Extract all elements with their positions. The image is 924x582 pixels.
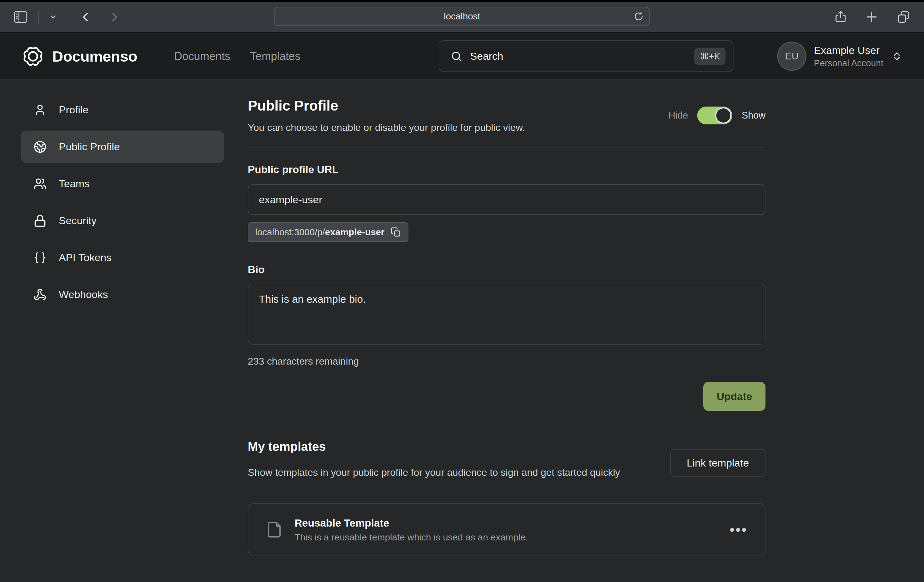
more-options-icon[interactable]: ••• — [730, 527, 747, 532]
search-input[interactable] — [470, 50, 687, 62]
browser-toolbar: localhost — [0, 0, 924, 33]
my-templates-description: Show templates in your public profile fo… — [248, 465, 620, 480]
file-icon — [266, 520, 283, 539]
my-templates-title: My templates — [248, 440, 620, 454]
address-bar[interactable]: localhost — [274, 7, 650, 26]
public-profile-url-input[interactable] — [248, 184, 766, 215]
address-bar-url: localhost — [444, 11, 480, 21]
template-description: This is a reusable template which is use… — [295, 532, 528, 542]
settings-sidebar: Profile Public Profile Teams — [0, 80, 226, 582]
search-bar[interactable]: ⌘+K — [439, 40, 733, 72]
user-icon — [33, 104, 46, 116]
copy-icon[interactable] — [391, 227, 401, 237]
profile-visibility-switch[interactable] — [697, 107, 732, 124]
sidebar-item-webhooks[interactable]: Webhooks — [21, 278, 224, 311]
nav-templates[interactable]: Templates — [250, 50, 300, 63]
account-menu[interactable]: EU Example User Personal Account — [777, 41, 903, 71]
toggle-hide-label: Hide — [668, 110, 688, 121]
page-subtitle: You can choose to enable or disable your… — [248, 122, 525, 133]
app-header: Documenso Documents Templates ⌘+K EU Exa… — [0, 33, 924, 80]
search-icon — [450, 50, 463, 63]
chevron-down-icon[interactable] — [48, 12, 58, 22]
profile-url-preview-chip[interactable]: localhost:3000/p/example-user — [248, 222, 408, 242]
avatar: EU — [777, 41, 807, 71]
user-name: Example User — [814, 45, 883, 56]
search-shortcut-badge: ⌘+K — [695, 48, 726, 64]
sidebar-item-security[interactable]: Security — [21, 205, 224, 237]
lock-icon — [33, 214, 46, 227]
switch-knob — [715, 107, 731, 124]
brand[interactable]: Documenso — [21, 45, 137, 68]
back-icon[interactable] — [78, 9, 93, 25]
template-list-item[interactable]: Reusable Template This is a reusable tem… — [248, 503, 766, 556]
main-content: Public Profile You can choose to enable … — [248, 80, 766, 582]
toggle-show-label: Show — [741, 110, 766, 121]
section-divider — [248, 147, 766, 147]
refresh-icon[interactable] — [634, 11, 644, 21]
brand-name: Documenso — [52, 48, 137, 65]
sidebar-item-teams[interactable]: Teams — [21, 167, 224, 200]
forward-icon[interactable] — [107, 9, 122, 25]
user-account-type: Personal Account — [814, 58, 883, 68]
chevrons-up-down-icon — [891, 50, 903, 63]
link-template-button[interactable]: Link template — [670, 449, 766, 477]
template-title: Reusable Template — [295, 517, 528, 529]
characters-remaining: 233 characters remaining — [248, 355, 766, 367]
sidebar-item-api-tokens[interactable]: API Tokens — [21, 241, 224, 274]
users-icon — [33, 177, 46, 190]
sidebar-item-public-profile[interactable]: Public Profile — [21, 131, 224, 163]
update-button[interactable]: Update — [703, 382, 766, 411]
sidebar-toggle-icon[interactable] — [12, 10, 29, 24]
bio-label: Bio — [248, 264, 766, 276]
primary-nav: Documents Templates — [174, 50, 300, 63]
nav-documents[interactable]: Documents — [174, 50, 230, 63]
tabs-overview-icon[interactable] — [895, 9, 912, 25]
bio-textarea[interactable]: This is an example bio. — [248, 284, 766, 345]
globe-icon — [33, 141, 46, 153]
profile-visibility-toggle-row: Hide Show — [668, 107, 766, 124]
app-window: localhost — [0, 0, 924, 582]
public-profile-url-label: Public profile URL — [248, 164, 766, 175]
sidebar-item-profile[interactable]: Profile — [21, 94, 224, 126]
new-tab-icon[interactable] — [864, 9, 879, 25]
webhook-icon — [33, 288, 46, 301]
page-title: Public Profile — [248, 97, 525, 114]
braces-icon — [33, 251, 46, 264]
toolbar-divider — [38, 10, 39, 24]
documenso-logo-icon — [21, 45, 45, 68]
share-icon[interactable] — [833, 8, 848, 26]
page-body: Profile Public Profile Teams — [0, 80, 924, 582]
profile-url-preview: localhost:3000/p/example-user — [255, 227, 384, 237]
